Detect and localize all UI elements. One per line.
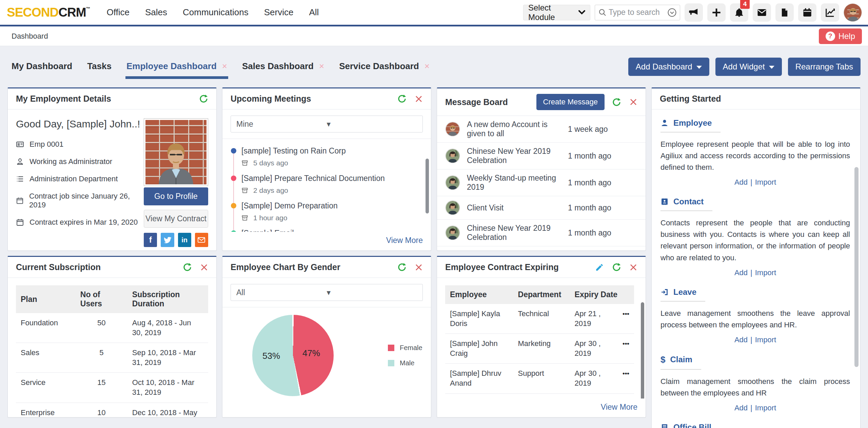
message-text[interactable]: Chinese New Year 2019 Celebration — [467, 224, 568, 242]
nav-item-all[interactable]: All — [309, 7, 319, 18]
app-logo[interactable]: SECONDCRM™ — [7, 5, 91, 20]
scrollbar-thumb[interactable] — [854, 167, 859, 367]
create-message-button[interactable]: Create Message — [536, 94, 605, 110]
close-icon[interactable] — [629, 263, 637, 271]
add-link[interactable]: Add — [734, 335, 748, 344]
linkedin-icon[interactable]: in — [178, 233, 191, 247]
refresh-icon[interactable] — [612, 263, 621, 272]
gender-filter-select[interactable]: All ▾ — [231, 284, 423, 301]
search-input[interactable] — [609, 8, 666, 17]
employment-detail-row: Contract job since January 26, 2019 — [16, 192, 144, 209]
tab-tasks[interactable]: Tasks — [87, 52, 112, 82]
close-icon[interactable] — [629, 98, 637, 106]
twitter-icon[interactable] — [161, 233, 174, 247]
calendar-icon-button[interactable] — [798, 3, 816, 22]
tab-sales-dashboard[interactable]: Sales Dashboard× — [242, 52, 324, 82]
import-link[interactable]: Import — [755, 335, 776, 344]
panel-title: My Employment Details — [16, 94, 199, 104]
tab-my-dashboard[interactable]: My Dashboard — [12, 52, 72, 82]
envelope-icon-button[interactable] — [753, 3, 771, 22]
scrollbar-thumb[interactable] — [641, 302, 644, 399]
nav-item-service[interactable]: Service — [264, 7, 294, 18]
add-widget-button[interactable]: Add Widget — [715, 58, 782, 76]
message-text[interactable]: Chinese New Year 2019 Celebration — [467, 147, 568, 165]
meeting-title[interactable]: [Sample] Prepare Technical Documention — [241, 174, 417, 183]
gs-section-title[interactable]: Claim — [670, 355, 692, 364]
scrollbar-thumb[interactable] — [426, 159, 429, 213]
message-row[interactable]: A new demo Account is given to all 1 wee… — [437, 116, 646, 143]
add-dashboard-button[interactable]: Add Dashboard — [628, 58, 709, 76]
logo-text-primary: SECOND — [7, 5, 58, 20]
message-row[interactable]: Chinese New Year 2019 Celebration 1 mont… — [437, 220, 646, 246]
message-row[interactable]: Chinese New Year 2019 Celebration 1 mont… — [437, 143, 646, 169]
legend-item-male: Male — [388, 359, 422, 367]
nav-item-office[interactable]: Office — [107, 7, 130, 18]
message-row[interactable]: Client Visit 1 month ago — [437, 196, 646, 220]
message-text[interactable]: Weekly Stand-up meeting 2019 — [467, 174, 568, 192]
module-select[interactable]: Select Module — [523, 5, 590, 20]
meeting-title[interactable]: [Sample] Email — [241, 229, 417, 232]
tab-close-icon[interactable]: × — [425, 61, 430, 72]
add-link[interactable]: Add — [734, 404, 748, 412]
message-row[interactable]: Weekly Stand-up meeting 2019 1 month ago — [437, 169, 646, 196]
tab-employee-dashboard[interactable]: Employee Dashboard× — [126, 52, 227, 82]
add-link[interactable]: Add — [734, 268, 748, 277]
nav-item-communications[interactable]: Communications — [183, 7, 249, 18]
social-links: f in — [144, 233, 208, 247]
message-text[interactable]: A new demo Account is given to all — [467, 120, 568, 138]
message-time: 1 month ago — [568, 178, 637, 187]
view-more-link[interactable]: View More — [222, 232, 431, 250]
user-avatar[interactable] — [844, 3, 862, 22]
employee-photo — [144, 118, 208, 186]
caret-down-icon — [696, 66, 702, 69]
import-link[interactable]: Import — [755, 178, 776, 186]
refresh-icon[interactable] — [397, 94, 407, 103]
facebook-icon[interactable]: f — [144, 233, 157, 247]
rearrange-tabs-button[interactable]: Rearrange Tabs — [788, 58, 861, 76]
document-icon-button[interactable] — [775, 3, 794, 22]
gs-section-title[interactable]: Office Bill — [673, 423, 711, 428]
chart-line-icon-button[interactable] — [821, 3, 839, 22]
row-actions-menu-icon[interactable]: ••• — [623, 309, 629, 319]
view-more-link[interactable]: View More — [437, 399, 646, 417]
refresh-icon[interactable] — [183, 263, 192, 272]
close-icon[interactable] — [200, 263, 208, 271]
refresh-icon[interactable] — [199, 94, 208, 103]
gs-section-title[interactable]: Contact — [673, 197, 704, 206]
meeting-title[interactable]: [sample] Testing on Rain Corp — [241, 146, 417, 156]
go-to-profile-button[interactable]: Go to Profile — [144, 187, 208, 205]
chevron-circle-icon[interactable] — [668, 8, 676, 17]
meeting-title[interactable]: [Sample] Demo Preparation — [241, 201, 417, 210]
gs-section-title[interactable]: Leave — [673, 287, 696, 297]
row-actions-menu-icon[interactable]: ••• — [623, 369, 629, 379]
tab-close-icon[interactable]: × — [222, 61, 227, 72]
tab-service-dashboard[interactable]: Service Dashboard× — [339, 52, 430, 82]
edit-pencil-icon[interactable] — [595, 263, 604, 272]
message-text[interactable]: Client Visit — [467, 203, 568, 212]
tab-close-icon[interactable]: × — [319, 61, 324, 72]
megaphone-icon-button[interactable] — [685, 3, 703, 22]
import-link[interactable]: Import — [755, 404, 776, 412]
view-more-link[interactable]: View More — [437, 246, 646, 251]
email-icon[interactable] — [195, 233, 208, 247]
breadcrumb[interactable]: Dashboard — [12, 32, 48, 41]
meetings-filter-select[interactable]: Mine ▾ — [231, 116, 423, 133]
bell-icon-button[interactable]: 4 — [730, 3, 748, 22]
import-link[interactable]: Import — [755, 268, 776, 277]
add-link[interactable]: Add — [734, 178, 748, 186]
refresh-icon[interactable] — [612, 98, 621, 107]
help-button[interactable]: ? Help — [819, 28, 862, 44]
gender-pie: 47% 53% — [252, 315, 334, 396]
message-time: 1 month ago — [568, 203, 637, 212]
view-my-contract-button[interactable]: View My Contract — [144, 210, 208, 228]
close-icon[interactable] — [415, 263, 423, 271]
refresh-icon[interactable] — [397, 263, 407, 272]
row-actions-menu-icon[interactable]: ••• — [623, 339, 629, 349]
close-icon[interactable] — [415, 95, 423, 103]
column-header: Expiry Date — [570, 285, 634, 304]
nav-item-sales[interactable]: Sales — [145, 7, 167, 18]
gs-section-title[interactable]: Employee — [673, 118, 712, 128]
dashboard-grid: My Employment Details Good Day, [Sample]… — [0, 87, 868, 428]
message-time: 1 month ago — [568, 228, 637, 238]
plus-icon-button[interactable] — [707, 3, 726, 22]
